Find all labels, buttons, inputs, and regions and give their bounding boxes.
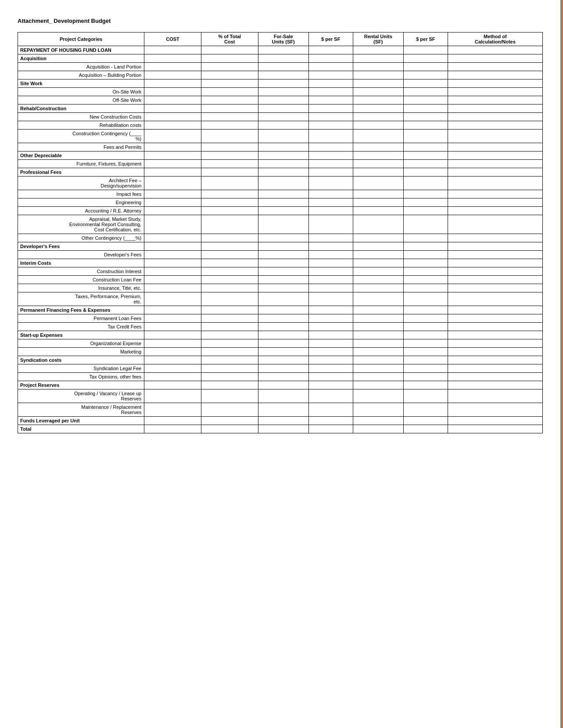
empty-cell bbox=[308, 151, 353, 160]
empty-cell bbox=[353, 425, 403, 433]
row-label: Accounting / R.E. Attorney bbox=[18, 207, 144, 215]
empty-cell bbox=[308, 331, 353, 339]
empty-cell bbox=[258, 381, 308, 389]
data-cell bbox=[403, 403, 448, 417]
data-cell bbox=[201, 190, 258, 198]
empty-cell bbox=[448, 425, 542, 433]
table-row: Maintenance / ReplacementReserves bbox=[18, 403, 543, 417]
empty-cell bbox=[258, 54, 308, 63]
data-cell bbox=[448, 276, 542, 284]
data-cell bbox=[144, 160, 201, 168]
data-cell bbox=[403, 373, 448, 381]
data-cell bbox=[144, 314, 201, 323]
data-cell bbox=[308, 234, 353, 242]
row-label: Project Reserves bbox=[18, 381, 144, 389]
row-label: Permanent Loan Fees bbox=[18, 314, 144, 323]
table-row: Engineering bbox=[18, 198, 543, 207]
table-row: Construction Contingency (____%) bbox=[18, 130, 543, 143]
empty-cell bbox=[201, 425, 258, 433]
data-cell bbox=[144, 364, 201, 373]
data-cell bbox=[403, 190, 448, 198]
col-header-pct: % of TotalCost bbox=[201, 32, 258, 46]
data-cell bbox=[448, 207, 542, 215]
data-cell bbox=[144, 130, 201, 143]
data-cell bbox=[201, 364, 258, 373]
data-cell bbox=[353, 234, 403, 242]
empty-cell bbox=[353, 105, 403, 113]
data-cell bbox=[403, 207, 448, 215]
data-cell bbox=[144, 215, 201, 234]
empty-cell bbox=[258, 259, 308, 267]
data-cell bbox=[448, 389, 542, 403]
table-row: Marketing bbox=[18, 348, 543, 356]
data-cell bbox=[144, 198, 201, 207]
data-cell bbox=[403, 339, 448, 348]
data-cell bbox=[258, 113, 308, 121]
row-label: Taxes, Performance, Premium,etc. bbox=[18, 292, 144, 306]
data-cell bbox=[258, 215, 308, 234]
data-cell bbox=[201, 160, 258, 168]
data-cell bbox=[201, 113, 258, 121]
empty-cell bbox=[308, 54, 353, 63]
data-cell bbox=[201, 339, 258, 348]
table-row: Architect Fee –Design/supervision bbox=[18, 177, 543, 190]
empty-cell bbox=[144, 46, 201, 54]
data-cell bbox=[403, 284, 448, 292]
row-label: Acquisition bbox=[18, 54, 144, 63]
data-cell bbox=[258, 323, 308, 331]
col-header-project: Project Categories bbox=[18, 32, 144, 46]
row-label: Insurance, Title, etc. bbox=[18, 284, 144, 292]
table-row: REPAYMENT OF HOUSING FUND LOAN bbox=[18, 46, 543, 54]
data-cell bbox=[144, 339, 201, 348]
data-cell bbox=[403, 160, 448, 168]
data-cell bbox=[403, 177, 448, 190]
empty-cell bbox=[448, 168, 542, 177]
data-cell bbox=[258, 198, 308, 207]
data-cell bbox=[308, 348, 353, 356]
data-cell bbox=[403, 251, 448, 259]
data-cell bbox=[201, 292, 258, 306]
data-cell bbox=[448, 364, 542, 373]
data-cell bbox=[201, 88, 258, 96]
data-cell bbox=[353, 96, 403, 105]
empty-cell bbox=[258, 105, 308, 113]
empty-cell bbox=[201, 105, 258, 113]
empty-cell bbox=[201, 356, 258, 364]
table-row: Other Depreciable bbox=[18, 151, 543, 160]
empty-cell bbox=[353, 168, 403, 177]
empty-cell bbox=[308, 46, 353, 54]
table-row: Construction Interest bbox=[18, 267, 543, 276]
empty-cell bbox=[144, 331, 201, 339]
empty-cell bbox=[353, 151, 403, 160]
table-row: Total bbox=[18, 425, 543, 433]
data-cell bbox=[144, 177, 201, 190]
data-cell bbox=[448, 88, 542, 96]
data-cell bbox=[258, 71, 308, 79]
data-cell bbox=[308, 251, 353, 259]
data-cell bbox=[353, 160, 403, 168]
data-cell bbox=[308, 339, 353, 348]
data-cell bbox=[201, 389, 258, 403]
data-cell bbox=[144, 267, 201, 276]
empty-cell bbox=[144, 306, 201, 314]
data-cell bbox=[308, 373, 353, 381]
empty-cell bbox=[403, 168, 448, 177]
empty-cell bbox=[258, 242, 308, 251]
budget-table: Project Categories COST % of TotalCost F… bbox=[18, 32, 543, 433]
data-cell bbox=[353, 207, 403, 215]
data-cell bbox=[308, 177, 353, 190]
data-cell bbox=[201, 198, 258, 207]
data-cell bbox=[308, 207, 353, 215]
data-cell bbox=[144, 292, 201, 306]
data-cell bbox=[353, 71, 403, 79]
empty-cell bbox=[403, 381, 448, 389]
empty-cell bbox=[201, 151, 258, 160]
empty-cell bbox=[308, 425, 353, 433]
empty-cell bbox=[448, 259, 542, 267]
data-cell bbox=[201, 348, 258, 356]
empty-cell bbox=[403, 54, 448, 63]
empty-cell bbox=[403, 79, 448, 88]
empty-cell bbox=[144, 356, 201, 364]
data-cell bbox=[201, 267, 258, 276]
table-row: Accounting / R.E. Attorney bbox=[18, 207, 543, 215]
